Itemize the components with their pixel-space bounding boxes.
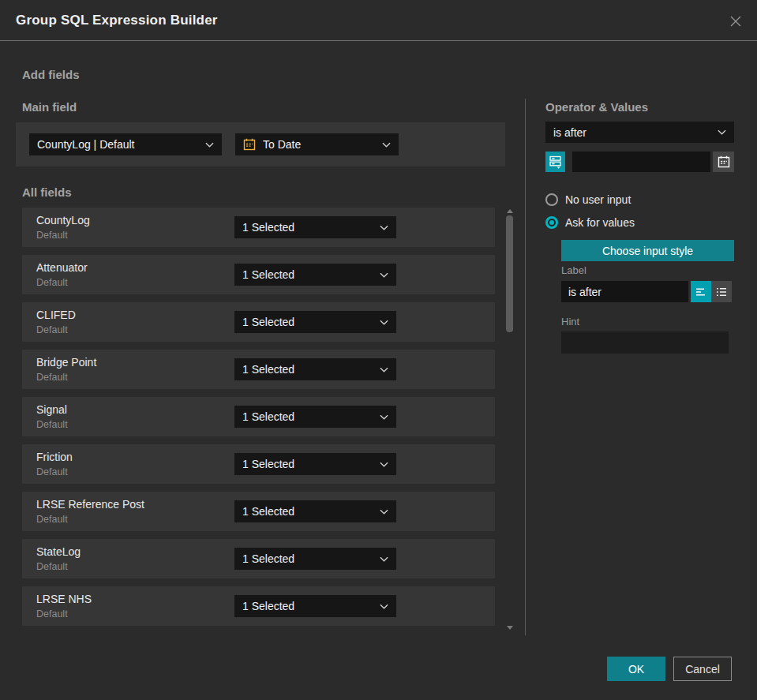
radio-no-user-input[interactable]: No user input — [545, 193, 631, 206]
chevron-down-icon — [380, 414, 388, 420]
field-selection-select[interactable]: 1 Selected — [234, 216, 396, 238]
field-selection-select[interactable]: 1 Selected — [234, 453, 396, 475]
field-row: CLIFED Default 1 Selected — [22, 302, 495, 342]
field-subtitle: Default — [36, 466, 68, 477]
field-name: Bridge Point — [36, 356, 96, 369]
set-from-values-button[interactable] — [545, 152, 565, 172]
single-line-style-button[interactable] — [691, 281, 711, 302]
field-row: Friction Default 1 Selected — [22, 444, 495, 484]
field-selection-value: 1 Selected — [242, 458, 375, 470]
date-field-select[interactable]: To Date — [235, 133, 399, 155]
field-row: Attenuator Default 1 Selected — [22, 255, 495, 294]
main-field-heading: Main field — [22, 100, 77, 114]
scroll-up-icon[interactable] — [507, 209, 513, 213]
chevron-down-icon — [718, 129, 726, 135]
ok-button[interactable]: OK — [607, 657, 665, 681]
field-selection-select[interactable]: 1 Selected — [234, 500, 396, 522]
radio-on-icon — [545, 216, 558, 229]
field-selection-value: 1 Selected — [242, 268, 375, 281]
field-selection-select[interactable]: 1 Selected — [234, 595, 396, 617]
radio-ask-for-values[interactable]: Ask for values — [545, 216, 635, 229]
field-selection-value: 1 Selected — [242, 363, 375, 376]
field-selection-select[interactable]: 1 Selected — [234, 358, 396, 380]
radio-no-user-input-label: No user input — [565, 193, 631, 206]
hint-input[interactable] — [561, 331, 729, 354]
radio-off-icon — [545, 193, 558, 206]
add-fields-heading: Add fields — [22, 68, 80, 81]
panel-divider — [525, 99, 526, 635]
date-field-select-value: To Date — [263, 138, 377, 151]
chevron-down-icon — [380, 225, 388, 230]
field-selection-value: 1 Selected — [242, 221, 375, 234]
chevron-down-icon — [380, 462, 388, 467]
scroll-down-icon[interactable] — [507, 626, 513, 630]
field-selection-value: 1 Selected — [242, 505, 375, 518]
label-input[interactable] — [561, 281, 688, 302]
field-selection-value: 1 Selected — [242, 316, 375, 328]
field-name: CLIFED — [36, 309, 76, 321]
field-row: CountyLog Default 1 Selected — [22, 208, 495, 247]
field-name: CountyLog — [36, 214, 90, 226]
operator-select-value: is after — [553, 126, 713, 139]
field-subtitle: Default — [36, 608, 68, 620]
field-row: Signal Default 1 Selected — [22, 397, 495, 436]
stacked-values-icon — [549, 155, 562, 169]
field-subtitle: Default — [36, 419, 68, 430]
hint-caption: Hint — [561, 316, 579, 328]
field-row: Bridge Point Default 1 Selected — [22, 350, 495, 389]
main-field-panel: CountyLog | Default To Date — [16, 122, 505, 167]
field-selection-select[interactable]: 1 Selected — [234, 548, 396, 570]
list-scrollbar[interactable] — [506, 208, 514, 631]
calendar-icon — [718, 155, 730, 168]
scrollbar-thumb[interactable] — [506, 215, 513, 332]
field-row: StateLog Default 1 Selected — [22, 539, 495, 578]
field-name: Signal — [36, 403, 67, 416]
field-row: LRSE Reference Post Default 1 Selected — [22, 492, 495, 531]
field-selection-value: 1 Selected — [242, 600, 375, 612]
all-fields-heading: All fields — [22, 185, 72, 199]
cancel-button[interactable]: Cancel — [673, 657, 732, 681]
chevron-down-icon — [382, 142, 391, 148]
field-selection-select[interactable]: 1 Selected — [234, 264, 396, 286]
main-field-select[interactable]: CountyLog | Default — [29, 133, 222, 155]
field-name: StateLog — [36, 545, 81, 558]
field-name: LRSE Reference Post — [36, 498, 144, 511]
label-caption: Label — [561, 264, 586, 276]
bulleted-list-icon — [715, 286, 728, 298]
dialog-title: Group SQL Expression Builder — [16, 13, 218, 28]
field-row: LRSE NHS Default 1 Selected — [22, 586, 495, 626]
field-subtitle: Default — [36, 372, 68, 383]
field-subtitle: Default — [36, 561, 68, 572]
chevron-down-icon — [205, 142, 214, 148]
group-sql-expression-builder-dialog: Group SQL Expression Builder Add fields … — [0, 0, 757, 700]
field-selection-value: 1 Selected — [242, 410, 375, 423]
field-selection-value: 1 Selected — [242, 552, 375, 565]
field-subtitle: Default — [36, 324, 68, 335]
align-left-icon — [695, 286, 707, 298]
operator-value-input[interactable] — [572, 152, 710, 172]
chevron-down-icon — [380, 367, 388, 372]
radio-ask-for-values-label: Ask for values — [565, 216, 635, 229]
chevron-down-icon — [380, 320, 388, 325]
date-picker-button[interactable] — [713, 152, 734, 172]
field-selection-select[interactable]: 1 Selected — [234, 406, 396, 428]
main-field-select-value: CountyLog | Default — [37, 138, 200, 151]
close-icon — [729, 14, 743, 28]
field-selection-select[interactable]: 1 Selected — [234, 311, 396, 333]
list-style-button[interactable] — [711, 281, 732, 302]
dialog-titlebar: Group SQL Expression Builder — [0, 0, 757, 41]
chevron-down-icon — [380, 272, 388, 278]
field-name: Friction — [36, 451, 73, 463]
close-button[interactable] — [725, 11, 746, 32]
field-name: LRSE NHS — [36, 593, 92, 605]
calendar-icon — [243, 138, 256, 151]
chevron-down-icon — [380, 556, 388, 562]
field-subtitle: Default — [36, 277, 68, 288]
field-subtitle: Default — [36, 514, 68, 525]
field-name: Attenuator — [36, 261, 88, 274]
chevron-down-icon — [380, 509, 388, 515]
chevron-down-icon — [380, 604, 388, 609]
field-subtitle: Default — [36, 230, 68, 241]
choose-input-style-button[interactable]: Choose input style — [561, 240, 734, 261]
operator-select[interactable]: is after — [545, 122, 734, 143]
